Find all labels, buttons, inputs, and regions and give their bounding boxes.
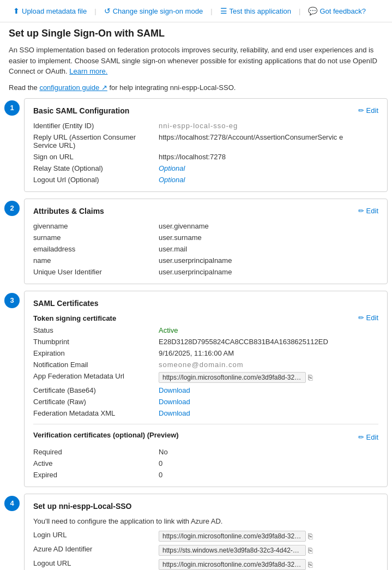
field-label-app-federation-url: App Federation Metadata Url	[33, 372, 159, 383]
field-label-login-url: Login URL	[33, 531, 159, 542]
field-label-cert-base64: Certificate (Base64)	[33, 386, 159, 394]
field-value-givenname: user.givenname	[159, 222, 378, 230]
field-value-name: user.userprincipalname	[159, 256, 378, 265]
field-value-sign-on-url: https://localhost:7278	[159, 153, 378, 161]
learn-more-link[interactable]: Learn more.	[69, 67, 107, 75]
section-4-header: Set up nni-espp-Local-SSO	[33, 502, 378, 511]
section-2-edit-button[interactable]: ✏ Edit	[358, 207, 378, 215]
upload-icon: ⬆	[13, 7, 20, 15]
page-description: An SSO implementation based on federatio…	[0, 43, 392, 81]
section-4-number: 4	[4, 496, 20, 511]
app-federation-url-display[interactable]: https://login.microsoftonline.com/e3d9fa…	[159, 372, 306, 383]
section-2-card: Attributes & Claims ✏ Edit givenname use…	[24, 199, 388, 284]
separator-2: |	[209, 7, 213, 15]
field-value-emailaddress: user.mail	[159, 245, 378, 253]
section-3-card: SAML Certificates Token signing certific…	[24, 291, 388, 487]
feedback-button[interactable]: 💬 Got feedback?	[304, 4, 370, 17]
field-value-cert-raw[interactable]: Download	[159, 398, 378, 406]
field-value-federation-xml[interactable]: Download	[159, 409, 378, 417]
field-label-surname: surname	[33, 233, 159, 242]
section-4-description: You'll need to configure the application…	[33, 517, 378, 525]
login-url-display[interactable]: https://login.microsoftonline.com/e3d9fa…	[159, 531, 306, 542]
field-value-surname: user.surname	[159, 233, 378, 242]
copy-logout-url-icon[interactable]: ⎘	[308, 560, 312, 569]
field-value-login-url: https://login.microsoftonline.com/e3d9fa…	[159, 531, 378, 542]
field-value-thumbprint: E28D3128D7955824CA8CCB831B4A1638625112ED	[159, 338, 378, 346]
sections-container: 1 Basic SAML Configuration ✏ Edit Identi…	[0, 98, 392, 571]
field-label-entity-id: Identifier (Entity ID)	[33, 122, 159, 130]
separator-3: |	[298, 7, 301, 15]
change-icon: ↺	[104, 7, 111, 15]
field-label-required: Required	[33, 448, 159, 456]
field-label-givenname: givenname	[33, 222, 159, 230]
field-label-relay-state: Relay State (Optional)	[33, 164, 159, 172]
section-2-fields: givenname user.givenname surname user.su…	[33, 222, 378, 276]
section-1-title: Basic SAML Configuration	[33, 106, 129, 115]
field-value-entity-id: nni-espp-local-sso-eg	[159, 122, 378, 130]
field-value-active: 0	[159, 459, 378, 467]
change-sso-button[interactable]: ↺ Change single sign-on mode	[100, 4, 208, 17]
config-guide-link[interactable]: configuration guide ↗	[39, 83, 107, 92]
token-cert-fields: Status Active Thumbprint E28D3128D795582…	[33, 326, 378, 417]
section-2-number: 2	[4, 201, 20, 216]
field-value-reply-url: https://localhost:7278/Account/Assertion…	[159, 133, 378, 149]
separator-1: |	[93, 7, 97, 15]
edit-pencil-icon: ✏	[358, 106, 364, 115]
field-label-status: Status	[33, 326, 159, 334]
copy-azure-ad-identifier-icon[interactable]: ⎘	[308, 546, 312, 555]
upload-metadata-button[interactable]: ⬆ Upload metadata file	[9, 4, 91, 17]
section-2-title: Attributes & Claims	[33, 207, 104, 215]
field-label-notification-email: Notification Email	[33, 361, 159, 369]
field-label-expiration: Expiration	[33, 349, 159, 357]
field-label-reply-url: Reply URL (Assertion Consumer Service UR…	[33, 133, 159, 149]
field-label-unique-user-id: Unique User Identifier	[33, 268, 159, 276]
section-4-card: Set up nni-espp-Local-SSO You'll need to…	[24, 494, 388, 571]
section-1-edit-button[interactable]: ✏ Edit	[358, 106, 378, 115]
logout-url-display[interactable]: https://login.microsoftonline.com/e3d9fa…	[159, 559, 306, 570]
field-value-relay-state: Optional	[159, 164, 378, 172]
section-3-edit-button[interactable]: ✏ Edit	[358, 314, 378, 322]
edit-pencil-icon-2: ✏	[358, 207, 364, 215]
verification-cert-edit-button[interactable]: ✏ Edit	[358, 433, 378, 441]
section-1-row: 1 Basic SAML Configuration ✏ Edit Identi…	[4, 98, 388, 192]
logout-url-box: https://login.microsoftonline.com/e3d9fa…	[159, 559, 378, 570]
field-label-emailaddress: emailaddress	[33, 245, 159, 253]
field-value-expiration: 9/16/2025, 11:16:00 AM	[159, 349, 378, 357]
section-1-fields: Identifier (Entity ID) nni-espp-local-ss…	[33, 122, 378, 184]
field-label-thumbprint: Thumbprint	[33, 338, 159, 346]
section-3-title: SAML Certificates	[33, 299, 99, 308]
field-value-logout-url-section4: https://login.microsoftonline.com/e3d9fa…	[159, 559, 378, 570]
copy-app-federation-url-icon[interactable]: ⎘	[308, 373, 312, 382]
field-value-expired: 0	[159, 471, 378, 479]
section-1-number: 1	[4, 100, 20, 116]
section-3-row: 3 SAML Certificates Token signing certif…	[4, 291, 388, 487]
field-value-status: Active	[159, 326, 378, 334]
page-title: Set up Single Sign-On with SAML	[0, 22, 392, 43]
field-value-cert-base64[interactable]: Download	[159, 386, 378, 394]
azure-ad-identifier-box: https://sts.windows.net/e3d9fa8d-32c3-4d…	[159, 545, 378, 556]
section-4-title: Set up nni-espp-Local-SSO	[33, 502, 131, 511]
section-2-header: Attributes & Claims ✏ Edit	[33, 207, 378, 215]
section-3-number: 3	[4, 293, 20, 308]
section-2-row: 2 Attributes & Claims ✏ Edit givenname u…	[4, 199, 388, 284]
section-1-header: Basic SAML Configuration ✏ Edit	[33, 106, 378, 115]
section-3-divider	[33, 424, 378, 424]
edit-pencil-icon-3: ✏	[358, 314, 364, 322]
field-value-required: No	[159, 448, 378, 456]
field-value-azure-ad-identifier: https://sts.windows.net/e3d9fa8d-32c3-4d…	[159, 545, 378, 556]
field-label-logout-url: Logout Url (Optional)	[33, 176, 159, 184]
verification-cert-fields: Required No Active 0 Expired 0	[33, 448, 378, 479]
copy-login-url-icon[interactable]: ⎘	[308, 532, 312, 541]
toolbar: ⬆ Upload metadata file | ↺ Change single…	[0, 0, 392, 22]
field-label-logout-url-section4: Logout URL	[33, 559, 159, 570]
field-value-logout-url: Optional	[159, 176, 378, 184]
azure-ad-identifier-display[interactable]: https://sts.windows.net/e3d9fa8d-32c3-4d…	[159, 545, 306, 556]
field-label-federation-xml: Federation Metadata XML	[33, 409, 159, 417]
field-label-expired: Expired	[33, 471, 159, 479]
test-app-button[interactable]: ☰ Test this application	[216, 4, 295, 17]
section-4-row: 4 Set up nni-espp-Local-SSO You'll need …	[4, 494, 388, 571]
login-url-box: https://login.microsoftonline.com/e3d9fa…	[159, 531, 378, 542]
field-label-cert-raw: Certificate (Raw)	[33, 398, 159, 406]
field-value-notification-email: someone@domain.com	[159, 361, 378, 369]
section-3-header: SAML Certificates	[33, 299, 378, 308]
